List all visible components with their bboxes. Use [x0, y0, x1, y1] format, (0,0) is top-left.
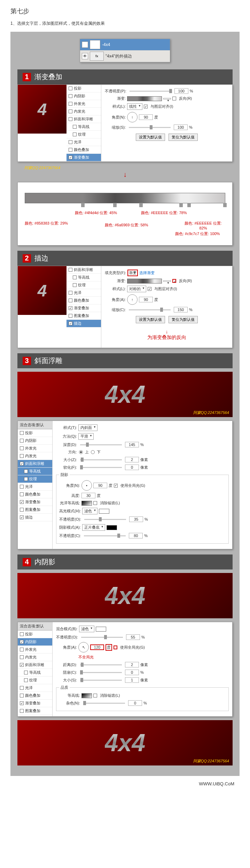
- hopacity-slider[interactable]: [84, 519, 126, 520]
- style-dropdown[interactable]: 线性: [127, 103, 142, 110]
- choke-slider[interactable]: [80, 672, 122, 673]
- style-outerglow[interactable]: 外发光: [18, 646, 52, 654]
- style-innershadow[interactable]: ✓内阴影: [18, 638, 52, 646]
- style-texture[interactable]: 纹理: [18, 677, 52, 684]
- scale-input[interactable]: 100: [174, 124, 188, 130]
- global-check[interactable]: ✓: [114, 484, 118, 488]
- style-satin[interactable]: 光泽: [18, 684, 52, 692]
- style-outerglow[interactable]: 外发光: [18, 445, 52, 452]
- style-pattern[interactable]: 图案叠加: [18, 506, 52, 514]
- soft-input[interactable]: 0: [125, 465, 139, 470]
- set-default-button[interactable]: 设置为默认值: [136, 316, 165, 323]
- style-pattern[interactable]: 图案叠加: [67, 312, 101, 320]
- size-slider[interactable]: [80, 680, 122, 681]
- angle-dial[interactable]: •: [81, 480, 92, 491]
- style-innerglow[interactable]: 内发光: [67, 108, 101, 115]
- style-bevel[interactable]: ✓斜面和浮雕: [18, 460, 52, 468]
- style-innershadow[interactable]: 内阴影: [18, 437, 52, 445]
- altitude-input[interactable]: 30: [81, 493, 95, 498]
- reverse-check[interactable]: [172, 97, 176, 100]
- dir-down-radio[interactable]: [91, 450, 95, 454]
- style-texture[interactable]: 纹理: [67, 281, 101, 289]
- style-satin[interactable]: 光泽: [67, 138, 101, 146]
- opacity-slider[interactable]: [81, 637, 123, 638]
- sopacity-input[interactable]: 80: [129, 533, 143, 538]
- visibility-icon[interactable]: 👁: [82, 41, 88, 48]
- gradient-stop[interactable]: [187, 203, 191, 207]
- opacity-input[interactable]: 100: [174, 88, 188, 94]
- bevel-style-dropdown[interactable]: 内斜面: [78, 424, 97, 431]
- shadow-color[interactable]: [107, 525, 117, 530]
- style-contour[interactable]: 等高线: [18, 468, 52, 475]
- soft-slider[interactable]: [80, 467, 122, 468]
- style-bevel[interactable]: 斜面和浮雕: [67, 266, 101, 274]
- style-color[interactable]: 颜色叠加: [67, 297, 101, 304]
- size-slider[interactable]: [80, 459, 122, 460]
- gradient-stop[interactable]: [81, 203, 85, 207]
- style-texture[interactable]: 纹理: [18, 475, 52, 483]
- opacity-input[interactable]: 55: [126, 634, 140, 640]
- blend-mode-dropdown[interactable]: 滤色: [79, 626, 94, 632]
- depth-input[interactable]: 145: [125, 442, 139, 447]
- hilite-mode-dropdown[interactable]: 滤色: [82, 508, 97, 514]
- angle-dial[interactable]: ↑: [127, 112, 138, 122]
- style-stroke[interactable]: ✓描边: [67, 320, 101, 327]
- angle-input[interactable]: 90: [93, 483, 107, 488]
- angle-dial[interactable]: ↑: [127, 294, 138, 305]
- gradient-stop[interactable]: [113, 203, 117, 207]
- gradient-dropdown[interactable]: [163, 98, 171, 99]
- style-pattern[interactable]: 图案叠加: [18, 707, 52, 715]
- gradient-picker[interactable]: [127, 96, 162, 101]
- gradient-stop[interactable]: [139, 203, 143, 207]
- angle-input[interactable]: 90: [139, 297, 153, 302]
- style-innershadow[interactable]: 内阴影: [67, 92, 101, 100]
- style-gradient[interactable]: ✓渐变叠加: [18, 498, 52, 506]
- choke-input[interactable]: 0: [125, 670, 139, 675]
- style-dropshadow[interactable]: 投影: [18, 631, 52, 638]
- filltype-dropdown[interactable]: 渐变: [127, 270, 138, 276]
- shadow-color[interactable]: [96, 627, 106, 632]
- hopacity-input[interactable]: 35: [129, 516, 143, 522]
- style-gradient[interactable]: ✓渐变叠加: [18, 700, 52, 707]
- gloss-contour[interactable]: [81, 501, 92, 506]
- antialias-check[interactable]: [93, 694, 97, 697]
- antialias-check[interactable]: [93, 501, 97, 505]
- style-dropshadow[interactable]: 投影: [67, 85, 101, 92]
- style-innerglow[interactable]: 内发光: [18, 452, 52, 460]
- style-innerglow[interactable]: 内发光: [18, 654, 52, 661]
- align-check[interactable]: ✓: [148, 287, 151, 291]
- gradient-stop[interactable]: [223, 203, 227, 207]
- style-color[interactable]: 颜色叠加: [67, 146, 101, 154]
- align-check[interactable]: ✓: [144, 105, 148, 108]
- gradient-picker[interactable]: [127, 279, 162, 284]
- sopacity-slider[interactable]: [84, 535, 126, 536]
- reverse-check[interactable]: ✓: [172, 279, 176, 283]
- angle-input[interactable]: 90: [139, 114, 153, 120]
- distance-slider[interactable]: [80, 664, 122, 665]
- dir-up-radio[interactable]: [79, 450, 83, 454]
- hilite-color[interactable]: [99, 509, 109, 514]
- style-contour[interactable]: 等高线: [18, 669, 52, 677]
- style-gradient[interactable]: ✓渐变叠加: [67, 154, 101, 161]
- style-stroke[interactable]: ✓描边: [18, 514, 52, 521]
- style-satin[interactable]: 光泽: [18, 483, 52, 491]
- style-texture[interactable]: 纹理: [67, 131, 101, 138]
- style-dropdown[interactable]: 对称的: [127, 286, 146, 292]
- style-gradient[interactable]: ✓渐变叠加: [67, 304, 101, 312]
- style-outerglow[interactable]: 外发光: [67, 100, 101, 108]
- style-color[interactable]: 颜色叠加: [18, 491, 52, 498]
- set-default-button[interactable]: 设置为默认值: [136, 134, 165, 141]
- size-input[interactable]: 2: [125, 457, 139, 462]
- style-bevel[interactable]: ✓斜面和浮雕: [18, 661, 52, 669]
- gradient-dropdown[interactable]: [163, 280, 171, 282]
- layer-row-stroke[interactable]: 👁 fx "4x4"的外描边: [80, 51, 170, 62]
- style-color[interactable]: 颜色叠加: [18, 692, 52, 700]
- scale-slider[interactable]: [129, 127, 171, 128]
- global-check[interactable]: [114, 646, 117, 649]
- gradient-stop[interactable]: [179, 203, 183, 207]
- style-satin[interactable]: 光泽: [67, 289, 101, 297]
- bevel-method-dropdown[interactable]: 平滑: [78, 433, 94, 440]
- size-input[interactable]: 1: [125, 677, 139, 683]
- style-dropshadow[interactable]: 投影: [18, 429, 52, 437]
- reset-default-button[interactable]: 复位为默认值: [169, 316, 198, 323]
